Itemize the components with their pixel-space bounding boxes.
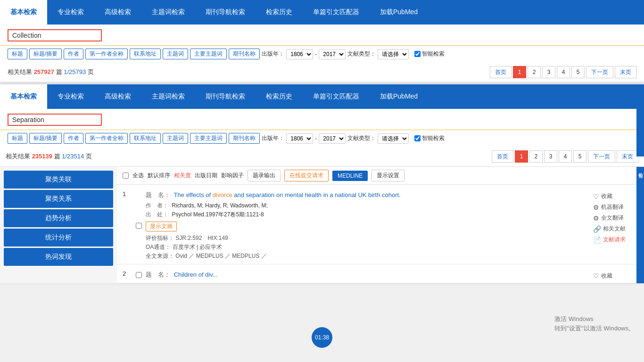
action-machine-translate[interactable]: ⚙ 机器翻译 — [593, 203, 624, 211]
filter-tag-first-author-bottom[interactable]: 第一作者全称 — [85, 133, 128, 144]
top-page-4[interactable]: 4 — [557, 66, 570, 78]
article-body-2: 题 名： Children of div... — [146, 270, 589, 279]
article-title-row-2: 题 名： Children of div... — [146, 270, 589, 280]
filter-tag-subject-bottom[interactable]: 主题词 — [163, 133, 188, 144]
filter-tag-main-subject-bottom[interactable]: 主要主题词 — [190, 133, 227, 144]
action-bookmark[interactable]: ♡ 收藏 — [593, 192, 612, 200]
top-page-next[interactable]: 下一页 — [586, 66, 613, 78]
sidebar-btn-trend[interactable]: 趋势分析 — [4, 209, 113, 227]
nav-item-basic-search-top[interactable]: 基本检索 — [0, 0, 47, 25]
action-full-translate[interactable]: ⚙ 全文翻译 — [593, 214, 624, 222]
machine-translate-icon: ⚙ — [593, 204, 599, 211]
filter-tag-title-bottom[interactable]: 标题 — [8, 133, 27, 144]
smart-search-checkbox-bottom[interactable] — [414, 135, 421, 141]
filter-tag-abstract-bottom[interactable]: 标题/摘要 — [29, 133, 62, 144]
related-label: 相关文献 — [603, 225, 626, 233]
sidebar-btn-cluster-relation[interactable]: 聚类关系 — [4, 190, 113, 208]
filter-tag-journal-bottom[interactable]: 期刊名称 — [229, 133, 260, 144]
filter-tag-author-bottom[interactable]: 作者 — [64, 133, 83, 144]
top-search-box[interactable]: Collection — [8, 29, 102, 41]
bottom-pagination: 首页 1 2 3 4 5 下一页 末页 — [492, 150, 638, 163]
article-title-1[interactable]: The effects of divorce and separation on… — [174, 191, 401, 198]
smart-search-checkbox-top[interactable] — [414, 51, 421, 57]
request-label: 文献请求 — [603, 236, 626, 244]
doc-type-select-top[interactable]: 请选择 — [378, 49, 409, 59]
nav-item-journal-search-bottom[interactable]: 期刊导航检索 — [195, 84, 256, 109]
action-related[interactable]: 🔗 相关文献 — [593, 225, 626, 233]
year-to-top[interactable]: 2017 — [319, 49, 346, 59]
filter-tag-abstract-top[interactable]: 标题/摘要 — [29, 49, 62, 59]
bottom-page-first[interactable]: 首页 — [492, 150, 513, 163]
impact-factor-sort-btn[interactable]: 影响因子 — [221, 172, 244, 180]
top-page-5[interactable]: 5 — [571, 66, 585, 78]
nav-item-subject-search-bottom[interactable]: 主题词检索 — [141, 84, 195, 109]
sidebar-btn-cluster-relate[interactable]: 聚类关联 — [4, 171, 113, 189]
pub-date-sort-btn[interactable]: 出版日期 — [195, 172, 217, 180]
bottom-count-number: 235139 — [32, 153, 52, 160]
bottom-search-box[interactable]: Separation — [8, 114, 102, 126]
select-all-label[interactable]: 全选 — [132, 172, 144, 180]
filter-tag-title-top[interactable]: 标题 — [8, 49, 27, 59]
machine-translate-label: 机器翻译 — [601, 203, 624, 211]
top-results-bar: 相关结果 257927 篇 1/25793 页 首页 1 2 3 4 5 下一页… — [0, 62, 644, 82]
online-submit-btn[interactable]: 在线提交请求 — [284, 170, 329, 181]
year-to-bottom[interactable]: 2017 — [319, 133, 346, 144]
filter-tag-address-top[interactable]: 联系地址 — [130, 49, 161, 59]
relevance-sort-btn[interactable]: 相关度 — [174, 172, 191, 180]
nav-item-subject-search-top[interactable]: 主题词检索 — [141, 0, 195, 25]
filter-tag-address-bottom[interactable]: 联系地址 — [130, 133, 161, 144]
top-page-1[interactable]: 1 — [513, 66, 526, 78]
filter-tag-main-subject-top[interactable]: 主要主题词 — [190, 49, 227, 59]
bottom-page-5[interactable]: 5 — [573, 150, 586, 163]
nav-item-history-top[interactable]: 检索历史 — [256, 0, 303, 25]
top-page-first[interactable]: 首页 — [490, 66, 512, 78]
action-bookmark-2[interactable]: ♡ 收藏 — [593, 272, 612, 280]
action-request[interactable]: 📄 文献请求 — [593, 236, 626, 244]
bottom-page-next[interactable]: 下一页 — [588, 150, 615, 163]
nav-item-advanced-search-top[interactable]: 高级检索 — [94, 0, 141, 25]
sidebar-btn-stats[interactable]: 统计分析 — [4, 229, 113, 247]
default-sort-btn[interactable]: 默认排序 — [148, 172, 170, 180]
doc-type-select-bottom[interactable]: 请选择 — [378, 133, 409, 144]
filter-tag-subject-top[interactable]: 主题词 — [163, 49, 188, 59]
bottom-page-last[interactable]: 末页 — [617, 150, 638, 163]
nav-item-advanced-search-bottom[interactable]: 高级检索 — [94, 84, 141, 109]
bottom-page-1[interactable]: 1 — [515, 150, 528, 163]
nav-item-pubmed-top[interactable]: 加载PubMed — [370, 0, 428, 25]
article-checkbox-2[interactable] — [136, 271, 142, 279]
filter-tag-author-top[interactable]: 作者 — [64, 49, 83, 59]
title-end: on mental health in a national UK birth … — [274, 191, 400, 198]
show-abstract-btn[interactable]: 显示文摘 — [146, 222, 177, 231]
nav-item-single-match-top[interactable]: 单篇引文匹配器 — [303, 0, 370, 25]
nav-item-journal-search-top[interactable]: 期刊导航检索 — [195, 0, 256, 25]
bottom-page-4[interactable]: 4 — [559, 150, 572, 163]
year-dash-bottom: - — [315, 135, 317, 142]
year-from-top[interactable]: 1806 — [286, 49, 313, 59]
filter-tag-journal-top[interactable]: 期刊名称 — [229, 49, 260, 59]
nav-item-pro-search-bottom[interactable]: 专业检索 — [47, 84, 94, 109]
oa-text: 百度学术 | 必应学术 — [173, 244, 223, 250]
nav-item-single-match-bottom[interactable]: 单篇引文匹配器 — [303, 84, 370, 109]
year-from-bottom[interactable]: 1806 — [286, 133, 313, 144]
bottom-page-2[interactable]: 2 — [529, 150, 543, 163]
sidebar-btn-hotword[interactable]: 热词发现 — [4, 248, 113, 266]
nav-item-pro-search-top[interactable]: 专业检索 — [47, 0, 94, 25]
display-settings-btn[interactable]: 显示设置 — [372, 170, 405, 181]
bookmark-icon: ♡ — [593, 193, 599, 200]
select-all-checkbox[interactable] — [123, 173, 129, 179]
medline-btn[interactable]: MEDLINE — [332, 171, 368, 181]
nav-item-pubmed-bottom[interactable]: 加载PubMed — [370, 84, 428, 109]
bottom-results-count: 相关结果 235139 篇 1/23514 页 — [6, 152, 92, 161]
bottom-results-header: 相关结果 235139 篇 1/23514 页 首页 1 2 3 4 5 下一页… — [0, 147, 644, 167]
article-title-2[interactable]: Children of div... — [174, 271, 218, 278]
year-label-bottom: 出版年： — [262, 134, 284, 142]
bottom-page-3[interactable]: 3 — [544, 150, 557, 163]
top-page-3[interactable]: 3 — [542, 66, 555, 78]
nav-item-history-bottom[interactable]: 检索历史 — [256, 84, 303, 109]
nav-item-basic-search-bottom[interactable]: 基本检索 — [0, 84, 47, 109]
article-checkbox-1[interactable] — [136, 191, 142, 260]
export-records-btn[interactable]: 题录输出 — [248, 170, 281, 181]
filter-tag-first-author-top[interactable]: 第一作者全称 — [85, 49, 128, 59]
top-page-last[interactable]: 末页 — [615, 66, 636, 78]
top-page-2[interactable]: 2 — [528, 66, 541, 78]
